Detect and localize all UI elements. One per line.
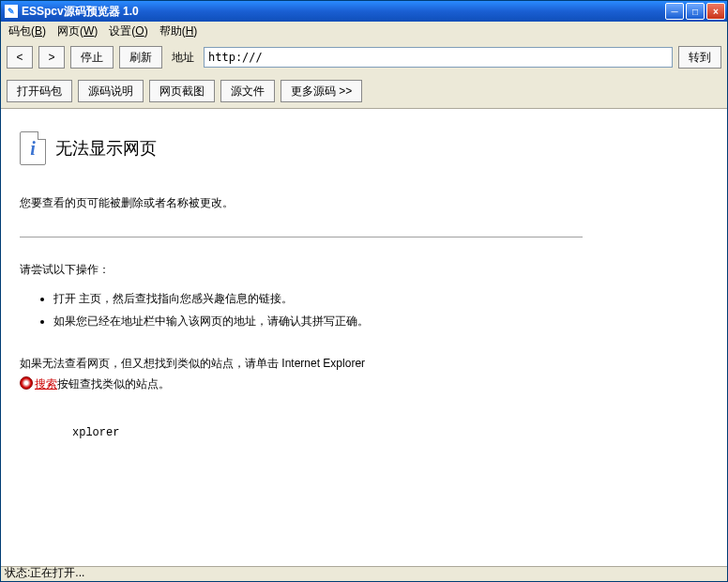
list-item: 打开 主页，然后查找指向您感兴趣信息的链接。 bbox=[53, 289, 708, 310]
error-suggestions: 打开 主页，然后查找指向您感兴趣信息的链接。 如果您已经在地址栏中输入该网页的地… bbox=[20, 289, 708, 331]
search-link[interactable]: 搜索 bbox=[35, 377, 57, 391]
close-button[interactable]: × bbox=[706, 3, 725, 20]
forward-button[interactable]: > bbox=[38, 46, 65, 69]
refresh-button[interactable]: 刷新 bbox=[119, 46, 162, 69]
address-label: 地址 bbox=[172, 50, 194, 66]
error-try-header: 请尝试以下操作： bbox=[20, 260, 708, 281]
src-file-button[interactable]: 源文件 bbox=[220, 80, 275, 102]
back-button[interactable]: < bbox=[7, 46, 33, 69]
error-line1: 您要查看的页可能被删除或者名称被更改。 bbox=[20, 193, 708, 214]
list-item: 如果您已经在地址栏中输入该网页的地址，请确认其拼写正确。 bbox=[53, 312, 708, 332]
titlebar: ✎ ESSpcv源码预览器 1.0 ─ □ × bbox=[1, 1, 727, 22]
error-search-para: 如果无法查看网页，但又想找到类似的站点，请单击 Internet Explore… bbox=[20, 354, 708, 394]
error-search-suffix: 按钮查找类似的站点。 bbox=[57, 377, 170, 391]
stop-button[interactable]: 停止 bbox=[70, 46, 114, 69]
open-pkg-button[interactable]: 打开码包 bbox=[7, 80, 72, 102]
app-window: ✎ ESSpcv源码预览器 1.0 ─ □ × 码包(B) 网页(W) 设置(O… bbox=[0, 0, 728, 582]
menubar: 码包(B) 网页(W) 设置(O) 帮助(H) bbox=[1, 22, 727, 40]
menu-help[interactable]: 帮助(H) bbox=[156, 22, 202, 41]
error-body: 您要查看的页可能被删除或者名称被更改。 请尝试以下操作： 打开 主页，然后查找指… bbox=[20, 193, 708, 443]
address-input[interactable] bbox=[204, 47, 673, 68]
statusbar: 状态:正在打开... bbox=[1, 566, 727, 581]
menu-settings[interactable]: 设置(O) bbox=[105, 22, 151, 41]
action-toolbar: 打开码包 源码说明 网页截图 源文件 更多源码 >> bbox=[1, 74, 727, 108]
go-button[interactable]: 转到 bbox=[678, 46, 721, 69]
error-header: i 无法显示网页 bbox=[20, 131, 708, 165]
maximize-button[interactable]: □ bbox=[686, 3, 705, 20]
text-fragment: xplorer bbox=[20, 423, 708, 444]
menu-codepack[interactable]: 码包(B) bbox=[5, 22, 50, 41]
menu-webpage[interactable]: 网页(W) bbox=[53, 22, 101, 41]
content-area: i 无法显示网页 您要查看的页可能被删除或者名称被更改。 请尝试以下操作： 打开… bbox=[1, 108, 727, 566]
minimize-button[interactable]: ─ bbox=[665, 3, 684, 20]
status-text: 状态:正在打开... bbox=[5, 566, 84, 581]
info-icon: i bbox=[20, 131, 46, 165]
nav-toolbar: < > 停止 刷新 地址 转到 bbox=[1, 40, 727, 74]
src-desc-button[interactable]: 源码说明 bbox=[78, 80, 144, 102]
divider bbox=[20, 237, 583, 237]
window-title: ESSpcv源码预览器 1.0 bbox=[22, 4, 665, 20]
more-src-button[interactable]: 更多源码 >> bbox=[281, 80, 362, 102]
error-title: 无法显示网页 bbox=[55, 137, 157, 160]
screenshot-button[interactable]: 网页截图 bbox=[149, 80, 215, 102]
search-icon bbox=[20, 376, 33, 390]
window-controls: ─ □ × bbox=[665, 3, 725, 20]
app-icon: ✎ bbox=[5, 5, 18, 18]
